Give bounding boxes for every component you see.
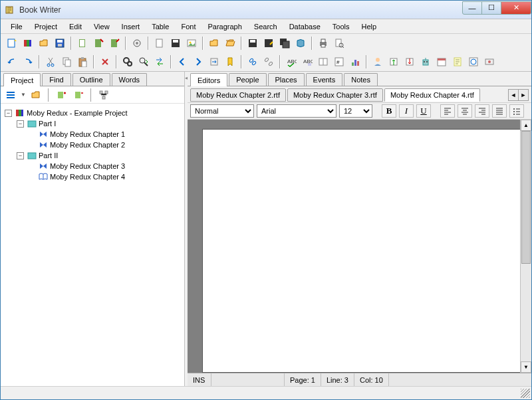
tree-remove-icon[interactable] — [71, 88, 86, 102]
tool-icon[interactable] — [130, 36, 144, 50]
menu-edit[interactable]: Edit — [63, 21, 88, 32]
spellcheck-icon[interactable]: ABC — [284, 54, 299, 69]
doc-tab-next-icon[interactable]: ► — [518, 89, 529, 101]
doc-tab[interactable]: Moby Redux Chapter 3.rtf — [287, 88, 383, 102]
menu-database[interactable]: Database — [283, 21, 327, 32]
tab-find[interactable]: Find — [42, 73, 70, 86]
calendar-icon[interactable] — [434, 54, 449, 69]
menu-file[interactable]: File — [5, 21, 29, 32]
scroll-thumb[interactable] — [521, 131, 531, 264]
stats-icon[interactable] — [348, 54, 362, 69]
align-center-icon[interactable] — [458, 104, 472, 118]
book-icon[interactable] — [75, 36, 90, 50]
tree-menu-icon[interactable] — [3, 88, 18, 102]
goto-icon[interactable] — [207, 54, 221, 69]
tab-events[interactable]: Events — [306, 73, 343, 86]
doc-tab-prev-icon[interactable]: ◄ — [508, 89, 519, 101]
book-db-icon[interactable] — [293, 36, 308, 50]
folder-icon[interactable] — [207, 36, 221, 50]
menu-font[interactable]: Font — [175, 21, 201, 32]
tab-project[interactable]: Project — [3, 73, 41, 86]
tree-chapter[interactable]: Moby Redux Chapter 4 — [3, 171, 182, 182]
underline-button[interactable]: U — [416, 104, 431, 118]
tree-chapter[interactable]: Moby Redux Chapter 2 — [3, 140, 182, 150]
find-next-icon[interactable] — [136, 54, 151, 69]
scroll-down-icon[interactable]: ▼ — [521, 361, 531, 373]
menu-search[interactable]: Search — [248, 21, 283, 32]
tab-editors[interactable]: Editors — [190, 73, 227, 86]
bullets-icon[interactable] — [509, 104, 524, 118]
save-doc-icon[interactable] — [168, 36, 183, 50]
tree-chapter[interactable]: Moby Redux Chapter 3 — [3, 161, 182, 171]
copy-icon[interactable] — [59, 54, 74, 69]
notes-icon[interactable] — [450, 54, 465, 69]
people-icon[interactable] — [370, 54, 385, 69]
collapse-icon[interactable]: − — [5, 110, 12, 117]
replace-icon[interactable] — [152, 54, 167, 69]
mark-icon[interactable] — [223, 54, 237, 69]
tab-notes[interactable]: Notes — [344, 73, 378, 86]
export-icon[interactable] — [386, 54, 401, 69]
doc-tab[interactable]: Moby Redux Chapter 2.rtf — [190, 88, 286, 102]
size-select[interactable]: 12 — [339, 104, 372, 118]
doc-tab[interactable]: Moby Redux Chapter 4.rtf — [384, 88, 480, 102]
tab-places[interactable]: Places — [268, 73, 305, 86]
tab-people[interactable]: People — [229, 73, 266, 86]
new-doc-icon[interactable] — [152, 36, 167, 50]
redo-icon[interactable] — [21, 54, 35, 69]
title-bar[interactable]: Book Writer — ☐ ✕ — [1, 1, 531, 19]
insert-book-icon[interactable] — [91, 36, 106, 50]
grammar-icon[interactable]: ABC — [300, 54, 315, 69]
tree-open-icon[interactable] — [29, 88, 43, 102]
menu-project[interactable]: Project — [29, 21, 63, 32]
import-icon[interactable] — [402, 54, 417, 69]
italic-button[interactable]: I — [399, 104, 414, 118]
save-icon[interactable] — [53, 36, 67, 50]
scroll-up-icon[interactable]: ▲ — [521, 120, 531, 131]
image-icon[interactable] — [184, 36, 199, 50]
menu-view[interactable]: View — [88, 21, 116, 32]
thesaurus-icon[interactable] — [316, 54, 331, 69]
tab-words[interactable]: Words — [112, 73, 148, 86]
font-select[interactable]: Arial — [257, 104, 336, 118]
paste-icon[interactable] — [75, 54, 90, 69]
link-icon[interactable] — [245, 54, 260, 69]
resize-grip-icon[interactable] — [521, 389, 530, 398]
tree-part[interactable]: − Part II — [3, 150, 182, 161]
books-icon[interactable] — [21, 36, 35, 50]
disk-edit-icon[interactable] — [261, 36, 276, 50]
new-project-icon[interactable] — [5, 36, 19, 50]
collapse-icon[interactable]: − — [17, 152, 24, 159]
bold-button[interactable]: B — [382, 104, 396, 118]
menu-table[interactable]: Table — [146, 21, 175, 32]
vertical-scrollbar[interactable]: ▲ ▼ — [520, 120, 531, 373]
minimize-button[interactable]: — — [462, 1, 482, 15]
cut-icon[interactable] — [43, 54, 58, 69]
explorer-icon[interactable] — [466, 54, 481, 69]
bookmark-prev-icon[interactable] — [175, 54, 190, 69]
style-select[interactable]: Normal — [190, 104, 254, 118]
disk-all-icon[interactable] — [277, 36, 292, 50]
delete-icon[interactable] — [98, 54, 112, 69]
print-preview-icon[interactable] — [332, 36, 346, 50]
tree-root[interactable]: − Moby Redux - Example Project — [3, 108, 182, 118]
menu-tools[interactable]: Tools — [327, 21, 356, 32]
remove-book-icon[interactable] — [107, 36, 122, 50]
menu-insert[interactable]: Insert — [116, 21, 146, 32]
tab-outline[interactable]: Outline — [72, 73, 110, 86]
tree-add-icon[interactable] — [54, 88, 68, 102]
collapse-icon[interactable]: − — [17, 120, 24, 128]
robot-icon[interactable] — [418, 54, 433, 69]
project-tree[interactable]: − Moby Redux - Example Project − Part I … — [1, 104, 184, 386]
print-icon[interactable] — [316, 36, 331, 50]
unlink-icon[interactable] — [261, 54, 276, 69]
tree-structure-icon[interactable] — [96, 88, 111, 102]
menu-paragraph[interactable]: Paragraph — [201, 21, 247, 32]
open-folder-icon[interactable] — [37, 36, 51, 50]
tree-part[interactable]: − Part I — [3, 118, 182, 129]
dropdown-arrow-icon[interactable]: ▼ — [21, 92, 26, 98]
maximize-button[interactable]: ☐ — [481, 1, 501, 15]
disk-icon[interactable] — [245, 36, 260, 50]
menu-help[interactable]: Help — [355, 21, 382, 32]
settings-icon[interactable] — [482, 54, 497, 69]
